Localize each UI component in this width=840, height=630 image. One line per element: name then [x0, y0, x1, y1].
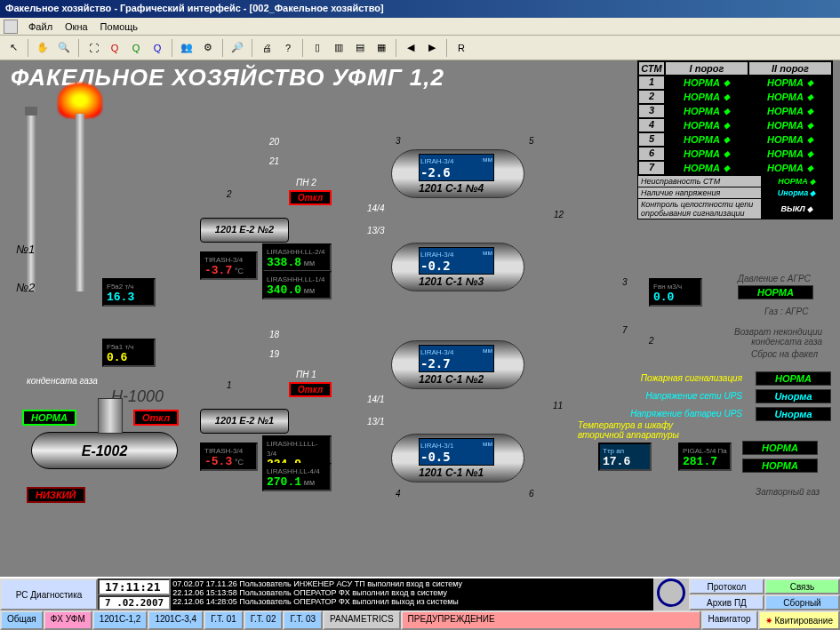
stm-fault-val: НОРМА [761, 176, 832, 187]
tab-gt02[interactable]: Г.Т. 02 [244, 610, 284, 630]
display-value: 0.0 [653, 291, 674, 304]
stm-voltage-label: Наличие напряжения [638, 187, 761, 198]
h1000-norma: НОРМА [22, 410, 76, 426]
display-value: 17.6 [603, 455, 630, 468]
search-icon[interactable]: 🔎 [228, 38, 247, 58]
stm-cell: НОРМА [665, 76, 748, 90]
print-icon[interactable]: 🖨 [257, 38, 276, 58]
display-unit: мм [304, 286, 315, 295]
stm-row-num: 1 [638, 76, 665, 90]
users-icon[interactable]: 👥 [177, 38, 196, 58]
tank-name: 1201 С-1 №2 [419, 373, 484, 386]
zoom-reset-icon[interactable]: Q [148, 38, 167, 58]
valve-label: 14/4 [367, 203, 384, 213]
layout1-icon[interactable]: ▯ [308, 38, 327, 58]
menubar: Файл Окна Помощь [0, 18, 840, 36]
svyaz-button[interactable]: Связь [764, 578, 840, 594]
toolbar: ↖ ✋ 🔍 ⛶ Q Q Q 👥 ⚙ 🔎 🖨 ? ▯ ▥ ▤ ▦ ◀ ▶ R [0, 36, 840, 60]
agrs-p-label: Давление с АГРС [738, 274, 811, 283]
tab-general[interactable]: Общая [0, 610, 44, 630]
help-icon[interactable]: ? [278, 38, 298, 58]
tank-c1-2: LIRAH-3/4мм-2.7 1201 С-1 №2 [391, 340, 524, 389]
tab-warning[interactable]: ПРЕДУПРЕЖДЕНИЕ [401, 610, 701, 630]
tab-gt03[interactable]: Г.Т. 03 [283, 610, 323, 630]
valve-label: 5 [529, 136, 534, 146]
sborn-button[interactable]: Сборный [764, 594, 840, 610]
tank-display[interactable]: LIRAH-3/1мм-0.5 [419, 438, 494, 466]
stm-row-num: 2 [638, 90, 665, 104]
valve-label: 7 [622, 325, 628, 335]
valve-label: 12 [554, 210, 564, 219]
valve-label: 21 [269, 156, 279, 166]
diag-button[interactable]: PC Диагностика [0, 578, 98, 610]
fvn-display[interactable]: Fвн м3/ч 0.0 [649, 278, 702, 307]
layout3-icon[interactable]: ▤ [350, 38, 370, 58]
display-label: F5a1 т/ч [107, 343, 134, 351]
ups-bat-val: Uнорма [756, 407, 831, 421]
sep1-pn: ПН 1 [296, 370, 316, 379]
r-button[interactable]: R [452, 38, 471, 58]
tab-1201-12[interactable]: 1201С-1,2 [92, 610, 148, 630]
lirash1-display[interactable]: LIRASHHH.LL-2/4 338.8 мм [262, 243, 332, 272]
tab-fh[interactable]: ФХ УФM [44, 610, 92, 630]
stm-cell: НОРМА [665, 161, 748, 175]
f5a1-display[interactable]: F5a1 т/ч 0.6 [102, 339, 156, 367]
tirash-bot-display[interactable]: TIRASH-3/4 -5.3 °C [200, 443, 258, 471]
zoom-icon[interactable]: 🔍 [54, 38, 74, 58]
tab-1201-34[interactable]: 1201С-3,4 [148, 610, 204, 630]
layout2-icon[interactable]: ▥ [329, 38, 348, 58]
event-log[interactable]: 07.02.07 17.11.26 Пользователь ИНЖЕНЕР А… [171, 578, 653, 610]
lirash4-display[interactable]: LIRASHH.LL-4/4 270.1 мм [262, 463, 332, 491]
menu-help[interactable]: Помощь [95, 20, 144, 33]
config-icon[interactable]: ⚙ [198, 38, 218, 58]
kvit-button[interactable]: ✷Квитирование [758, 610, 840, 630]
return-label: Возврат некондиции конденсата газа [707, 327, 822, 347]
menu-file[interactable]: Файл [23, 20, 58, 33]
tank-display[interactable]: LIRAH-3/4мм-0.2 [419, 247, 494, 275]
lirash2-display[interactable]: LIRASHHH.LL-1/4 340.0 мм [262, 271, 332, 299]
nav-back-icon[interactable]: ◀ [401, 38, 420, 58]
h1000-state: Откл [133, 410, 179, 426]
nav-fwd-icon[interactable]: ▶ [422, 38, 442, 58]
stm-cell: НОРМА [748, 118, 832, 132]
e1002-tank: Е-1002 [31, 432, 178, 469]
arhiv-button[interactable]: Архив ПД [689, 594, 764, 610]
f5a2-display[interactable]: F5a2 т/ч 16.3 [102, 278, 156, 307]
tank-display[interactable]: LIRAH-3/4мм-2.6 [419, 154, 494, 181]
sep-name: 1201 Е-2 №1 [201, 415, 288, 426]
stm-col-i: I порог [665, 61, 748, 76]
stm-cell: НОРМА [748, 76, 832, 90]
tab-panametrics[interactable]: PANAMETRICS [323, 610, 401, 630]
tank-display[interactable]: LIRAH-3/4мм-2.7 [419, 345, 494, 372]
stm-cell: НОРМА [748, 90, 832, 104]
ups-bat-label: Напряжение батареи UPS [630, 409, 742, 419]
clock-time: 17:11:21 [98, 578, 171, 595]
zoom-out-icon[interactable]: Q [105, 38, 124, 58]
layout4-icon[interactable]: ▦ [372, 38, 391, 58]
valve-label: 13/3 [367, 226, 384, 235]
navigator-button[interactable]: Навигатор [701, 610, 758, 630]
trap-display[interactable]: Tтр ап 17.6 [598, 443, 652, 471]
menu-windows[interactable]: Окна [60, 20, 93, 33]
flare-no1: №1 [16, 243, 35, 256]
protocol-button[interactable]: Протокол [689, 578, 764, 594]
valve-label: 13/1 [367, 417, 384, 427]
tab-gt01[interactable]: Г.Т. 01 [204, 610, 244, 630]
log-line: 22.12.06 14:28:05 Пользователь ОПЕРАТОР … [172, 598, 652, 607]
display-label: LIRASHH.LL-4/4 [267, 467, 320, 475]
gas-agrs-label: Газ : АГРС [764, 307, 808, 316]
fit-icon[interactable]: ⛶ [84, 38, 103, 58]
zoom-in-icon[interactable]: Q [126, 38, 146, 58]
fire-val: НОРМА [756, 371, 831, 386]
valve-label: 20 [269, 137, 279, 147]
sep2-num: 2 [227, 189, 232, 199]
display-label: LIRASHHH.LL-1/4 [267, 275, 324, 283]
stm-cell: НОРМА [665, 104, 748, 118]
stm-row-num: 4 [638, 118, 665, 132]
hand-icon[interactable]: ✋ [33, 38, 52, 58]
arrow-icon[interactable]: ↖ [4, 38, 23, 58]
pigal-display[interactable]: PIGAL-5/4 Па 281.7 [678, 443, 732, 471]
tirash34-display[interactable]: TIRASH-3/4 -3.7 °C [200, 251, 258, 280]
norma2-val: НОРМА [742, 459, 818, 473]
stm-cell: НОРМА [748, 161, 832, 175]
